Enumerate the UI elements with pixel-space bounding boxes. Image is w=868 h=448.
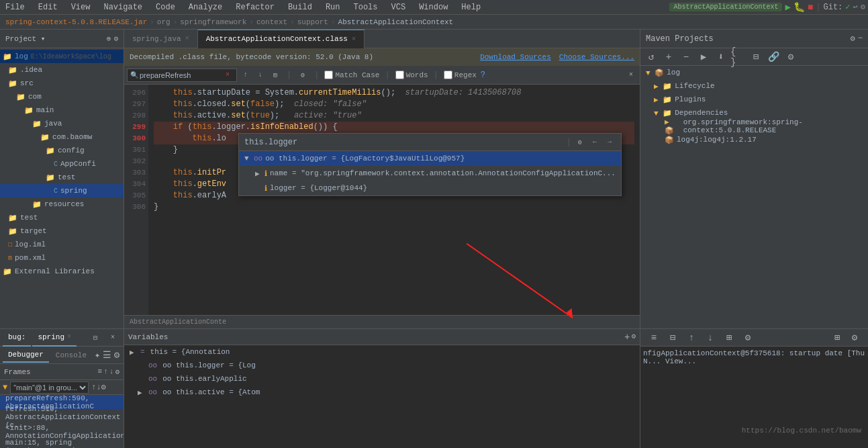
right-panel-btn-2[interactable]: ⊟ bbox=[665, 330, 681, 345]
right-panel-btn-1[interactable]: ≡ bbox=[646, 330, 662, 345]
tree-logiml[interactable]: □ log.iml bbox=[0, 238, 124, 251]
tree-main[interactable]: 📁 main bbox=[0, 103, 124, 117]
expand-icon-0[interactable]: ▼ bbox=[244, 154, 254, 163]
tab-spring-java[interactable]: spring.java × bbox=[124, 30, 198, 48]
menu-vcs[interactable]: VCS bbox=[389, 3, 409, 12]
menu-window[interactable]: Window bbox=[416, 3, 450, 12]
thread-up-btn[interactable]: ↑ bbox=[91, 383, 96, 392]
maven-lifecycle[interactable]: ▶ 📁 Lifecycle bbox=[640, 79, 868, 93]
filter-icon[interactable]: ⚙ bbox=[297, 69, 309, 81]
right-panel-expand-btn[interactable]: ⊞ bbox=[829, 330, 845, 345]
spring-tab[interactable]: spring × bbox=[32, 329, 77, 347]
find-all-btn[interactable]: ⊞ bbox=[269, 69, 281, 81]
tooltip-row-1[interactable]: ▶ ℹ name = "org.springframework.context.… bbox=[239, 166, 621, 181]
tree-com[interactable]: 📁 com bbox=[0, 90, 124, 103]
menu-navigate[interactable]: Navigate bbox=[101, 3, 145, 12]
words-checkbox[interactable] bbox=[395, 71, 404, 79]
breadcrumb-context[interactable]: context bbox=[256, 18, 287, 26]
tree-log[interactable]: 📁 log E:\IdeaWorkSpace\log bbox=[0, 50, 124, 63]
maven-remove-btn[interactable]: − bbox=[678, 50, 694, 64]
debug-btn[interactable]: 🐛 bbox=[793, 1, 805, 13]
next-match-btn[interactable]: ↓ bbox=[254, 69, 267, 81]
tooltip-settings-icon[interactable]: ⚙ bbox=[574, 137, 586, 148]
code-content[interactable]: this.startupDate = System.currentTimeMil… bbox=[148, 85, 640, 315]
run-btn[interactable]: ▶ bbox=[785, 1, 790, 13]
debugger-tab[interactable]: Debugger bbox=[3, 348, 49, 363]
menu-view[interactable]: View bbox=[68, 3, 93, 12]
words-option[interactable]: Words bbox=[395, 71, 428, 79]
settings-debug-btn[interactable]: ⚙ bbox=[113, 348, 121, 363]
search-input[interactable] bbox=[140, 71, 220, 79]
close-search-btn[interactable]: × bbox=[625, 69, 637, 81]
right-panel-btn-4[interactable]: ↓ bbox=[702, 330, 718, 345]
frames-thread[interactable]: ▼ "main"@1 in grou... ↑ ↓ ⚙ bbox=[0, 380, 124, 395]
maven-run-btn[interactable]: ▶ bbox=[695, 50, 712, 64]
frames-down-btn[interactable]: ↓ bbox=[109, 367, 114, 376]
download-sources-link[interactable]: Download Sources bbox=[480, 53, 551, 61]
menu-build[interactable]: Build bbox=[285, 3, 315, 12]
undo-btn[interactable]: ↩ bbox=[853, 2, 858, 12]
right-panel-btn-3[interactable]: ↑ bbox=[683, 330, 700, 345]
tree-config[interactable]: 📁 config bbox=[0, 144, 124, 157]
stop-btn[interactable]: ■ bbox=[808, 2, 813, 13]
tree-extlibs[interactable]: 📁 External Libraries bbox=[0, 265, 124, 278]
match-case-checkbox[interactable] bbox=[324, 71, 333, 79]
close-panel-btn[interactable]: × bbox=[105, 330, 121, 345]
settings-btn[interactable]: ⚙ bbox=[861, 2, 865, 12]
sync-icon[interactable]: ⊕ bbox=[107, 34, 111, 43]
tree-spring[interactable]: C spring bbox=[0, 184, 124, 197]
tree-resources[interactable]: 📁 resources bbox=[0, 197, 124, 211]
right-panel-settings-btn[interactable]: ⚙ bbox=[847, 330, 863, 345]
var-this[interactable]: ▶ = this = {Annotation bbox=[124, 345, 640, 359]
right-panel-btn-6[interactable]: ⚙ bbox=[740, 330, 756, 345]
spring-tab-close[interactable]: × bbox=[67, 333, 71, 341]
clear-search-btn[interactable]: × bbox=[222, 69, 234, 81]
tooltip-back-btn[interactable]: ← bbox=[589, 137, 601, 148]
tooltip-forward-btn[interactable]: → bbox=[604, 137, 616, 148]
console-tab[interactable]: Console bbox=[50, 348, 92, 363]
vars-settings-btn[interactable]: ⚙ bbox=[631, 332, 636, 343]
star-btn[interactable]: ✦ bbox=[93, 348, 101, 363]
tree-baomw[interactable]: 📁 com.baomw bbox=[0, 130, 124, 144]
menu-refactor[interactable]: Refactor bbox=[233, 3, 277, 12]
frame-2[interactable]: <init>:88, AnnotationConfigApplicationCo bbox=[0, 424, 124, 439]
frames-filter-btn[interactable]: ⚙ bbox=[115, 367, 119, 376]
var-logger[interactable]: ▶ oo oo this.logger = {Log bbox=[124, 359, 640, 372]
maven-settings2-btn[interactable]: ⚙ bbox=[783, 50, 799, 64]
var-this-expand[interactable]: ▶ bbox=[130, 348, 138, 357]
maven-link-btn[interactable]: 🔗 bbox=[765, 50, 781, 64]
menu-tools[interactable]: Tools bbox=[351, 3, 381, 12]
expand-icon-1[interactable]: ▶ bbox=[255, 169, 264, 178]
menu-run[interactable]: Run bbox=[323, 3, 343, 12]
menu-analyze[interactable]: Analyze bbox=[186, 3, 225, 12]
prev-match-btn[interactable]: ↑ bbox=[240, 69, 252, 81]
tree-target[interactable]: 📁 target bbox=[0, 224, 124, 238]
maven-download-btn[interactable]: ⬇ bbox=[713, 50, 729, 64]
frame-3[interactable]: main:15, spring (com.baomw.test) bbox=[0, 439, 124, 448]
menu-edit[interactable]: Edit bbox=[36, 3, 60, 12]
thread-select[interactable]: "main"@1 in grou... bbox=[10, 382, 89, 394]
maven-spring-context[interactable]: ▶ 📦 org.springframework:spring-context:5… bbox=[640, 120, 868, 133]
tree-src[interactable]: 📁 src bbox=[0, 77, 124, 90]
tab-abstract-close[interactable]: × bbox=[352, 36, 356, 43]
tree-idea[interactable]: 📁 .idea bbox=[0, 63, 124, 77]
debug-tab[interactable]: bug: bbox=[3, 329, 31, 347]
restore-btn[interactable]: ⊟ bbox=[87, 330, 103, 345]
maven-refresh-btn[interactable]: ↺ bbox=[643, 50, 659, 64]
maven-log4j[interactable]: 📦 log4j:log4j:1.2.17 bbox=[640, 133, 868, 146]
tree-java[interactable]: 📁 java bbox=[0, 117, 124, 130]
vars-add-btn[interactable]: + bbox=[624, 332, 630, 343]
maven-source-btn[interactable]: { } bbox=[730, 50, 746, 64]
tree-appconfig[interactable]: C AppConfi bbox=[0, 157, 124, 171]
thread-down-btn[interactable]: ↓ bbox=[96, 383, 101, 392]
thread-filter-btn[interactable]: ⚙ bbox=[101, 382, 106, 392]
tooltip-row-2[interactable]: ▶ ℹ logger = {Logger@1044} bbox=[239, 181, 621, 195]
maven-plugins[interactable]: ▶ 📁 Plugins bbox=[640, 93, 868, 106]
maven-log[interactable]: ▼ 📦 log bbox=[640, 66, 868, 79]
choose-sources-link[interactable]: Choose Sources... bbox=[559, 53, 634, 61]
var-active[interactable]: ▶ oo oo this.active = {Atom bbox=[124, 386, 640, 399]
match-case-option[interactable]: Match Case bbox=[324, 71, 379, 79]
tree-pomxml[interactable]: m pom.xml bbox=[0, 251, 124, 265]
right-panel-btn-5[interactable]: ⊞ bbox=[721, 330, 737, 345]
menu-help[interactable]: Help bbox=[459, 3, 483, 12]
